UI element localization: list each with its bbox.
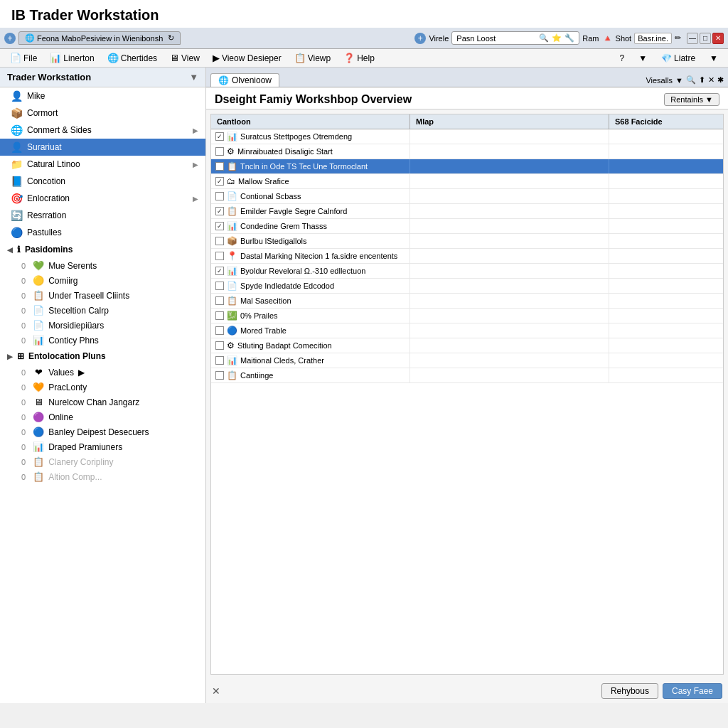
row-checkbox-1[interactable] (215, 147, 224, 156)
table-row[interactable]: 💹 0% Prailes (211, 309, 723, 323)
menu-view[interactable]: 🖥 View (164, 51, 205, 65)
row-checkbox-14[interactable] (215, 341, 224, 350)
table-row[interactable]: 📊 Maitional Cleds, Crather (211, 353, 723, 368)
content-tab-olvenioow[interactable]: 🌐 Olvenioow (210, 73, 279, 87)
sidebar-item-concotion[interactable]: 📘 Concotion (0, 173, 205, 190)
sidebar-item-enlocration[interactable]: 🎯 Enlocration ▶ (0, 190, 205, 207)
table-header: Cantloon Mlap S68 Facicide (211, 114, 723, 129)
menu-chertides[interactable]: 🌐 Chertides (102, 51, 163, 65)
rehybous-button[interactable]: Rehybous (601, 683, 658, 699)
views-icon2[interactable]: 🔍 (686, 75, 696, 85)
row-checkbox-6[interactable] (215, 222, 224, 230)
sidebar-item-resrration[interactable]: 🔄 Resrration (0, 207, 205, 224)
add-tab2-button[interactable]: + (414, 33, 426, 44)
sidebar-sub-item-mue-serents[interactable]: 0 💚 Mue Serents (0, 258, 205, 273)
menu-question[interactable]: ? (614, 52, 631, 65)
search-icon[interactable]: 🔍 (539, 33, 549, 43)
table-row[interactable]: ⚙ Stluting Badapt Comecition (211, 338, 723, 353)
row-checkbox-9[interactable] (215, 267, 224, 275)
sidebar-section-pasidomins[interactable]: ◀ ℹ Pasidomins (0, 241, 205, 258)
row-checkbox-16[interactable] (215, 371, 224, 380)
table-row[interactable]: 📋 Cantiinge (211, 368, 723, 383)
row-checkbox-8[interactable] (215, 252, 224, 260)
row-checkbox-4[interactable] (215, 192, 224, 200)
bookmark-icon[interactable]: ⭐ (552, 33, 562, 43)
table-row[interactable]: 📋 Emilder Favgle Segre Calnford (211, 204, 723, 219)
sidebar-sub-item-conticy-phns[interactable]: 0 📊 Conticy Phns (0, 333, 205, 348)
close-button[interactable]: ✕ (712, 33, 724, 44)
tools-icon[interactable]: 🔧 (564, 33, 574, 43)
browser-tab[interactable]: 🌐 Feona MaboPesiview in Wienibonsh ↻ (18, 31, 181, 45)
row-checkbox-10[interactable] (215, 282, 224, 290)
table-row[interactable]: 📍 Dastal Marking Nitecion 1 fa.sidre enc… (211, 249, 723, 264)
table-row[interactable]: 📄 Spyde Indledatde Edcodod (211, 279, 723, 294)
sidebar-sub-item-comiirg[interactable]: 0 🟡 Comiirg (0, 273, 205, 288)
edit-icon[interactable]: ✏ (675, 33, 681, 43)
row-checkbox-13[interactable] (215, 326, 224, 335)
row-checkbox-11[interactable] (215, 296, 224, 305)
sidebar-sub-item-online[interactable]: 0 🟣 Online (0, 410, 205, 424)
browser-tab-label: Feona MaboPesiview in Wienibonsh (37, 34, 163, 43)
table-row[interactable]: 📊 Suratcus Stettpoges Otremdeng (211, 129, 723, 144)
retain-button[interactable]: Rentainls ▼ (664, 93, 719, 106)
row-checkbox-2[interactable] (215, 162, 224, 171)
maximize-button[interactable]: □ (700, 33, 711, 44)
sidebar-item-cormort[interactable]: 📦 Cormort (0, 105, 205, 122)
sidebar-sub-item-banley[interactable]: 0 🔵 Banley Deipest Desecuers (0, 424, 205, 439)
sidebar-sub-item-pracLonty[interactable]: 0 🧡 PracLonty (0, 380, 205, 395)
menu-dropdown2[interactable]: ▼ (704, 52, 724, 65)
table-row-selected[interactable]: 📋 Tncln in Ode TS Tec Une Tormoclant (211, 159, 723, 174)
table-row[interactable]: 🔵 Mored Trable (211, 323, 723, 338)
menu-file[interactable]: 📄 File (4, 51, 43, 65)
table-row[interactable]: 📦 Burlbu lStedigallols (211, 234, 723, 249)
casy-faee-button[interactable]: Casy Faee (663, 683, 722, 699)
tab-tool-close[interactable]: ✕ (708, 75, 714, 85)
minimize-button[interactable]: — (687, 33, 698, 44)
file-icon: 📄 (10, 53, 21, 63)
sidebar-item-catural[interactable]: 📁 Catural Ltinoo ▶ (0, 156, 205, 173)
tab-tool-up[interactable]: ⬆ (699, 75, 705, 85)
add-tab-button[interactable]: + (4, 33, 16, 44)
sidebar-sub-item-draped[interactable]: 0 📊 Draped Pramiuners (0, 439, 205, 454)
sidebar-sub-item-clanery[interactable]: 0 📋 Clanery Coripliny (0, 454, 205, 469)
sidebar-sub-item-nurelcow[interactable]: 0 🖥 Nurelcow Chan Jangarz (0, 395, 205, 410)
table-cell: 📄 Spyde Indledatde Edcodod (211, 279, 410, 293)
sidebar-section-entolocation[interactable]: ▶ ⊞ Entolocation Pluns (0, 348, 205, 365)
menu-viewp[interactable]: 📋 Viewp (289, 51, 336, 65)
sidebar-sub-item-values[interactable]: 0 ❤ Values ▶ (0, 365, 205, 380)
filter-label[interactable]: Basr.ine. (634, 33, 672, 44)
sidebar-sub-item-altion[interactable]: 0 📋 Altion Comp... (0, 469, 205, 484)
table-row[interactable]: 📄 Contional Scbass (211, 189, 723, 204)
views-arrow-icon[interactable]: ▼ (675, 76, 683, 85)
row-checkbox-7[interactable] (215, 237, 224, 245)
table-row[interactable]: 📊 Condedine Grem Thasss (211, 219, 723, 234)
row-checkbox-3[interactable] (215, 177, 224, 186)
sidebar-sub-item-morsidiepiuars[interactable]: 0 📄 Morsidiepiüars (0, 318, 205, 333)
sidebar-item-pastulles[interactable]: 🔵 Pastulles (0, 224, 205, 241)
menu-vieow-desieper[interactable]: ▶ Vieow Desieper (207, 51, 287, 65)
menu-help[interactable]: ❓ Help (338, 51, 380, 65)
sidebar-sub-item-steceltion[interactable]: 0 📄 Steceltion Calrp (0, 303, 205, 318)
row-checkbox-0[interactable] (215, 132, 224, 141)
action-close-icon[interactable]: ✕ (212, 685, 220, 697)
sidebar-item-mike[interactable]: 👤 Mike (0, 87, 205, 105)
table-row[interactable]: 📋 Mal Sasecition (211, 294, 723, 309)
sidebar-item-surariuat[interactable]: 👤 Surariuat (0, 139, 205, 156)
clanery-icon: 📋 (33, 456, 44, 467)
menu-linerton[interactable]: 📊 Linerton (44, 51, 100, 65)
row-checkbox-15[interactable] (215, 356, 224, 365)
sidebar-sub-item-under-traseell[interactable]: 0 📋 Under Traseell Cliints (0, 288, 205, 303)
sidebar-dropdown-icon[interactable]: ▼ (189, 72, 198, 82)
table-row[interactable]: 📊 Byoldur Reveloral Ω.-310 edllectuon (211, 264, 723, 279)
sidebar-item-conmert[interactable]: 🌐 Conmert & Sides ▶ (0, 122, 205, 139)
menu-dropdown1[interactable]: ▼ (633, 52, 653, 65)
tab-tool-star[interactable]: ✱ (717, 75, 724, 85)
row-checkbox-12[interactable] (215, 311, 224, 320)
row-icon-12: 💹 (227, 311, 237, 321)
table-row[interactable]: 🗂 Mallow Srafice (211, 174, 723, 189)
table-row[interactable]: ⚙ Minraibuated Disaligic Start (211, 144, 723, 159)
tab-refresh-icon[interactable]: ↻ (168, 33, 174, 43)
row-checkbox-5[interactable] (215, 207, 224, 215)
menu-liatre[interactable]: 💎 Liatre (655, 52, 701, 65)
url-bar[interactable]: Pasn Loost 🔍 ⭐ 🔧 (451, 31, 579, 45)
